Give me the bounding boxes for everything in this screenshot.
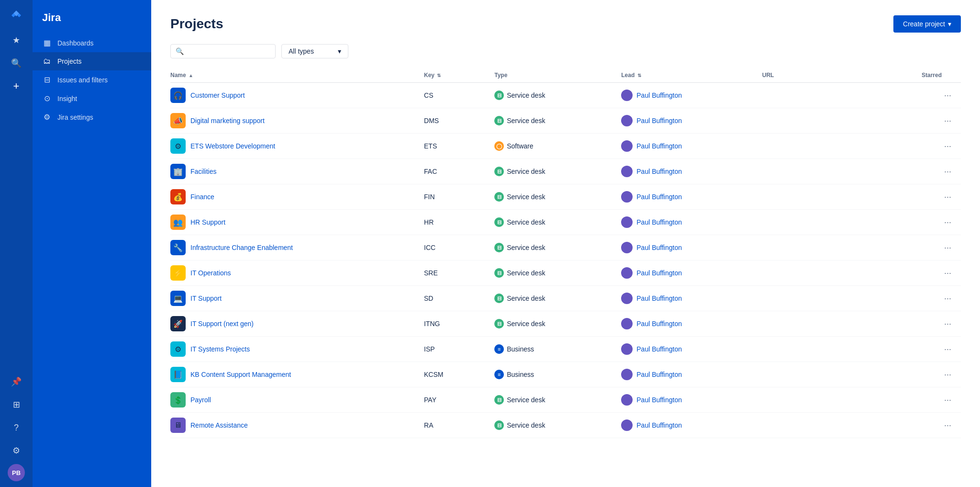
table-row[interactable]: 💻 IT Support SD ⊟ Service desk Paul Buff…	[170, 286, 961, 311]
sidebar-item-jira-settings[interactable]: ⚙ Jira settings	[33, 108, 151, 126]
lead-name[interactable]: Paul Buffington	[636, 168, 682, 175]
table-row[interactable]: 📣 Digital marketing support DMS ⊟ Servic…	[170, 108, 961, 134]
table-row[interactable]: 🔧 Infrastructure Change Enablement ICC ⊟…	[170, 235, 961, 260]
lead-name[interactable]: Paul Buffington	[636, 142, 682, 150]
search-box[interactable]: 🔍	[170, 44, 276, 58]
project-more-button[interactable]: ···	[940, 393, 955, 407]
project-name-link[interactable]: IT Systems Projects	[190, 345, 250, 353]
lead-name[interactable]: Paul Buffington	[636, 193, 682, 201]
project-type: ◯ Software	[494, 134, 621, 159]
name-sort-icon: ▲	[189, 73, 193, 78]
starred-nav-icon[interactable]: ★	[7, 31, 26, 50]
sidebar-item-label-projects: Projects	[57, 57, 82, 65]
project-key: FAC	[424, 159, 494, 184]
table-row[interactable]: 🎧 Customer Support CS ⊟ Service desk Pau…	[170, 83, 961, 108]
sidebar-item-issues-filters[interactable]: ⊟ Issues and filters	[33, 70, 151, 89]
type-filter-label: All types	[289, 47, 314, 55]
lead-name[interactable]: Paul Buffington	[636, 371, 682, 378]
project-more-button[interactable]: ···	[940, 342, 955, 356]
project-name-cell: 👥 HR Support	[170, 210, 424, 235]
table-row[interactable]: 📘 KB Content Support Management KCSM ≡ B…	[170, 362, 961, 387]
type-icon: ⊟	[494, 319, 504, 328]
col-header-key[interactable]: Key ⇅	[424, 68, 494, 83]
project-name-link[interactable]: Digital marketing support	[190, 117, 265, 125]
table-row[interactable]: 🖥 Remote Assistance RA ⊟ Service desk Pa…	[170, 413, 961, 438]
lead-avatar	[621, 140, 633, 152]
lead-name[interactable]: Paul Buffington	[636, 294, 682, 302]
lead-name[interactable]: Paul Buffington	[636, 91, 682, 99]
lead-name[interactable]: Paul Buffington	[636, 320, 682, 328]
lead-name[interactable]: Paul Buffington	[636, 345, 682, 353]
lead-name[interactable]: Paul Buffington	[636, 396, 682, 404]
lead-name[interactable]: Paul Buffington	[636, 244, 682, 251]
apps-nav-icon[interactable]: ⊞	[7, 395, 26, 414]
project-more-button[interactable]: ···	[940, 89, 955, 102]
search-input[interactable]	[187, 47, 270, 55]
create-nav-icon[interactable]: +	[7, 77, 26, 96]
table-row[interactable]: 🚀 IT Support (next gen) ITNG ⊟ Service d…	[170, 311, 961, 337]
table-row[interactable]: 💲 Payroll PAY ⊟ Service desk Paul Buffin…	[170, 387, 961, 413]
project-more-button[interactable]: ···	[940, 139, 955, 153]
settings-nav-icon[interactable]: ⚙	[7, 441, 26, 460]
table-row[interactable]: 💰 Finance FIN ⊟ Service desk Paul Buffin…	[170, 184, 961, 210]
project-lead: Paul Buffington	[621, 83, 762, 108]
project-more-button[interactable]: ···	[940, 419, 955, 432]
project-name-link[interactable]: ETS Webstore Development	[190, 142, 275, 150]
lead-name[interactable]: Paul Buffington	[636, 117, 682, 125]
project-name-link[interactable]: Infrastructure Change Enablement	[190, 244, 293, 251]
project-type: ⊟ Service desk	[494, 235, 621, 260]
project-name-link[interactable]: Customer Support	[190, 91, 245, 99]
type-label: Service desk	[507, 218, 545, 226]
col-header-name[interactable]: Name ▲	[170, 68, 424, 83]
lead-name[interactable]: Paul Buffington	[636, 218, 682, 226]
project-url	[762, 387, 903, 413]
type-filter-select[interactable]: All types ▾	[281, 44, 348, 58]
table-row[interactable]: 👥 HR Support HR ⊟ Service desk Paul Buff…	[170, 210, 961, 235]
table-row[interactable]: ⚙ ETS Webstore Development ETS ◯ Softwar…	[170, 134, 961, 159]
project-more-button[interactable]: ···	[940, 241, 955, 255]
lead-name[interactable]: Paul Buffington	[636, 421, 682, 429]
issues-icon: ⊟	[42, 75, 52, 84]
project-name-link[interactable]: HR Support	[190, 218, 225, 226]
sidebar-item-dashboards[interactable]: ▦ Dashboards	[33, 34, 151, 52]
project-more-button[interactable]: ···	[940, 266, 955, 280]
project-actions: ···	[903, 108, 961, 134]
table-row[interactable]: 🏢 Facilities FAC ⊟ Service desk Paul Buf…	[170, 159, 961, 184]
user-avatar[interactable]: PB	[8, 464, 25, 481]
sidebar-item-projects[interactable]: 🗂 Projects	[33, 52, 151, 70]
pin-nav-icon[interactable]: 📌	[7, 372, 26, 391]
project-name-link[interactable]: IT Operations	[190, 269, 231, 277]
type-icon: ◯	[494, 141, 504, 151]
lead-avatar	[621, 115, 633, 126]
table-row[interactable]: ⚙ IT Systems Projects ISP ≡ Business Pau…	[170, 337, 961, 362]
project-name-link[interactable]: KB Content Support Management	[190, 371, 291, 378]
project-name-link[interactable]: Finance	[190, 193, 214, 201]
project-name-link[interactable]: Payroll	[190, 396, 211, 404]
project-url	[762, 337, 903, 362]
project-name-link[interactable]: Facilities	[190, 168, 216, 175]
project-name-link[interactable]: IT Support (next gen)	[190, 320, 254, 328]
sidebar-item-insight[interactable]: ⊙ Insight	[33, 89, 151, 108]
project-name-link[interactable]: IT Support	[190, 294, 222, 302]
project-more-button[interactable]: ···	[940, 114, 955, 128]
create-project-button[interactable]: Create project ▾	[893, 15, 961, 33]
project-more-button[interactable]: ···	[940, 165, 955, 179]
project-more-button[interactable]: ···	[940, 368, 955, 382]
help-nav-icon[interactable]: ?	[7, 418, 26, 437]
project-more-button[interactable]: ···	[940, 292, 955, 306]
jira-logo[interactable]	[7, 6, 26, 25]
project-lead: Paul Buffington	[621, 108, 762, 134]
project-name-link[interactable]: Remote Assistance	[190, 421, 248, 429]
lead-sort-icon: ⇅	[637, 73, 641, 78]
project-more-button[interactable]: ···	[940, 190, 955, 204]
project-lead: Paul Buffington	[621, 184, 762, 210]
lead-name[interactable]: Paul Buffington	[636, 269, 682, 277]
type-icon: ⊟	[494, 91, 504, 100]
type-icon: ⊟	[494, 420, 504, 430]
project-more-button[interactable]: ···	[940, 317, 955, 331]
col-header-lead[interactable]: Lead ⇅	[621, 68, 762, 83]
search-nav-icon[interactable]: 🔍	[7, 54, 26, 73]
type-icon: ⊟	[494, 294, 504, 303]
table-row[interactable]: ⚡ IT Operations SRE ⊟ Service desk Paul …	[170, 260, 961, 286]
project-more-button[interactable]: ···	[940, 215, 955, 229]
